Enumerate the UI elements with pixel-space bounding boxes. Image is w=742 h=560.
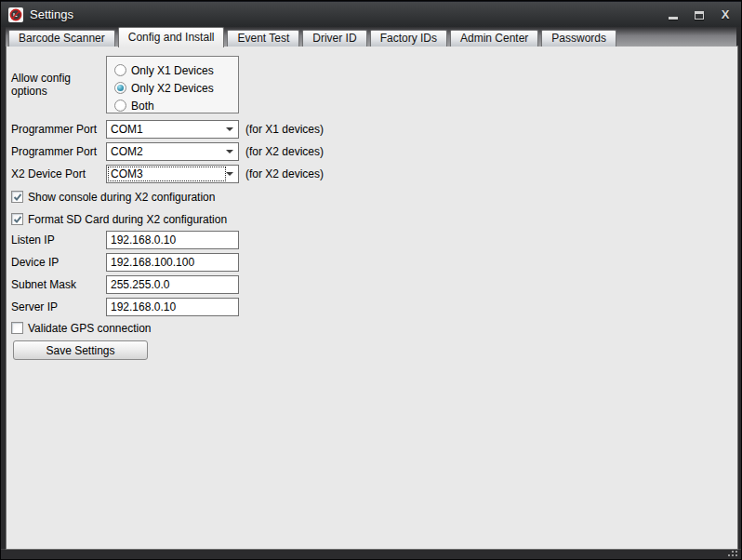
tab-event-test[interactable]: Event Test xyxy=(227,30,299,47)
show-console-checkbox-row[interactable]: Show console during X2 configuration xyxy=(11,190,215,204)
maximize-button[interactable] xyxy=(693,7,706,22)
device-ip-field[interactable] xyxy=(106,253,239,272)
radio-only-x1-devices[interactable]: Only X1 Devices xyxy=(114,62,238,78)
validate-gps-label: Validate GPS connection xyxy=(28,322,152,335)
maximize-icon xyxy=(695,11,704,20)
tab-driver-id[interactable]: Driver ID xyxy=(302,30,366,47)
x2-device-port-note: (for X2 devices) xyxy=(245,167,324,180)
format-sd-checkbox-row[interactable]: Format SD Card during X2 configuration xyxy=(11,212,227,226)
radio-button-icon xyxy=(114,64,126,76)
tab-admin-center[interactable]: Admin Center xyxy=(450,30,538,47)
allow-config-groupbox: Only X1 Devices Only X2 Devices Both xyxy=(106,56,239,113)
x2-device-port-label: X2 Device Port xyxy=(11,167,106,180)
dropdown-value: COM3 xyxy=(111,167,143,180)
programmer-port-x1-dropdown[interactable]: COM1 xyxy=(106,120,239,139)
tab-strip: Barcode Scanner Config and Install Event… xyxy=(6,27,736,47)
radio-label: Only X2 Devices xyxy=(131,82,214,95)
programmer-port-x2-row: Programmer Port COM2 (for X2 devices) xyxy=(11,142,324,161)
x2-device-port-row: X2 Device Port COM3 (for X2 devices) xyxy=(11,165,324,183)
format-sd-label: Format SD Card during X2 configuration xyxy=(28,213,227,226)
tab-config-and-install[interactable]: Config and Install xyxy=(118,27,225,47)
radio-label: Both xyxy=(131,100,154,113)
device-ip-row: Device IP xyxy=(11,253,239,272)
minimize-icon xyxy=(669,17,678,20)
device-ip-label: Device IP xyxy=(11,256,106,269)
server-ip-row: Server IP xyxy=(11,298,239,316)
subnet-mask-row: Subnet Mask xyxy=(11,275,239,294)
checkbox-icon xyxy=(11,322,23,334)
programmer-port-x2-label: Programmer Port xyxy=(11,145,106,158)
save-settings-button[interactable]: Save Settings xyxy=(13,340,148,360)
x2-device-port-dropdown[interactable]: COM3 xyxy=(106,165,239,183)
tab-factory-ids[interactable]: Factory IDs xyxy=(370,30,447,47)
programmer-port-x1-note: (for X1 devices) xyxy=(245,123,324,136)
subnet-mask-field[interactable] xyxy=(106,275,239,294)
chevron-down-icon xyxy=(226,127,233,131)
title-bar[interactable]: Settings X xyxy=(1,1,741,27)
tab-barcode-scanner[interactable]: Barcode Scanner xyxy=(8,30,115,47)
tab-passwords[interactable]: Passwords xyxy=(541,30,616,47)
radio-button-icon xyxy=(114,82,126,94)
radio-only-x2-devices[interactable]: Only X2 Devices xyxy=(114,80,238,96)
show-console-label: Show console during X2 configuration xyxy=(28,191,215,204)
dropdown-value: COM2 xyxy=(111,145,143,158)
settings-window: Settings X Barcode Scanner Config and In… xyxy=(0,0,742,560)
close-button[interactable]: X xyxy=(719,7,732,22)
radio-button-icon xyxy=(114,100,126,112)
close-icon: X xyxy=(722,7,730,22)
allow-config-row: Allow config options Only X1 Devices Onl… xyxy=(11,56,239,113)
programmer-port-x1-row: Programmer Port COM1 (for X1 devices) xyxy=(11,120,324,139)
listen-ip-row: Listen IP xyxy=(11,231,239,249)
subnet-mask-label: Subnet Mask xyxy=(11,278,106,291)
programmer-port-x2-dropdown[interactable]: COM2 xyxy=(106,142,239,161)
programmer-port-x1-label: Programmer Port xyxy=(11,123,106,136)
validate-gps-checkbox-row[interactable]: Validate GPS connection xyxy=(11,321,152,335)
dropdown-value: COM1 xyxy=(111,123,143,136)
bottom-frame xyxy=(1,549,741,559)
allow-config-label: Allow config options xyxy=(11,72,106,98)
listen-ip-label: Listen IP xyxy=(11,233,106,247)
server-ip-field[interactable] xyxy=(106,298,239,316)
chevron-down-icon xyxy=(226,172,233,176)
radio-both[interactable]: Both xyxy=(114,98,238,113)
app-icon xyxy=(8,7,23,22)
config-and-install-panel: Allow config options Only X1 Devices Onl… xyxy=(6,46,738,550)
checkbox-icon xyxy=(11,191,23,203)
programmer-port-x2-note: (for X2 devices) xyxy=(245,145,324,158)
minimize-button[interactable] xyxy=(667,7,680,22)
window-title: Settings xyxy=(30,7,73,21)
radio-label: Only X1 Devices xyxy=(131,64,214,77)
server-ip-label: Server IP xyxy=(11,300,106,313)
listen-ip-field[interactable] xyxy=(106,231,239,249)
chevron-down-icon xyxy=(226,150,233,153)
checkbox-icon xyxy=(11,213,23,225)
